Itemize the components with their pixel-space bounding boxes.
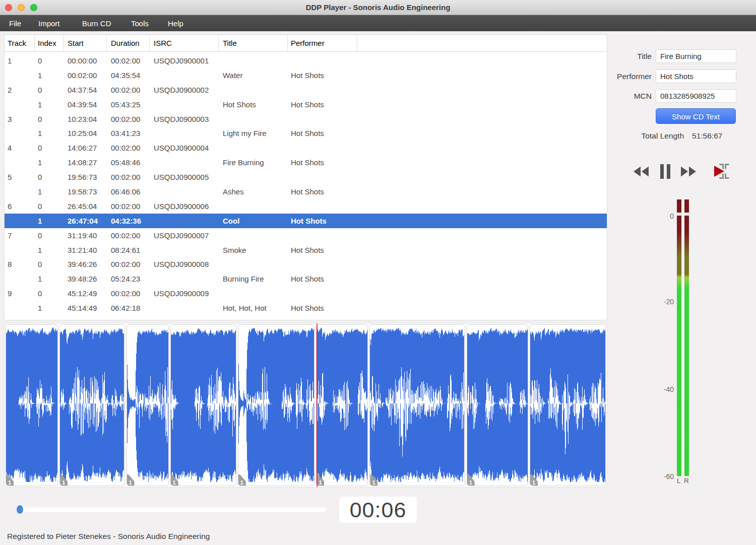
meter-clip-right (684, 199, 689, 213)
cell-start: 31:21:40 (64, 246, 107, 254)
waveform-track-7[interactable]: 1 (369, 324, 465, 486)
table-header: TrackIndexStartDurationISRCTitlePerforme… (5, 35, 607, 52)
table-row[interactable]: 2004:37:5400:02:00USQDJ0900002 (5, 83, 607, 97)
cell-duration: 04:35:54 (107, 71, 150, 80)
column-header-title[interactable]: Title (219, 35, 288, 51)
waveform-display[interactable]: 111111111 (4, 323, 607, 488)
cell-index: 0 (35, 86, 64, 94)
playhead[interactable] (317, 323, 318, 487)
table-row[interactable]: 131:21:4008:24:61SmokeHot Shots (5, 243, 607, 257)
fast-forward-icon[interactable] (681, 166, 696, 177)
window-title: DDP Player - Sonoris Audio Engineering (0, 0, 756, 15)
waveform-track-2[interactable]: 1 (59, 324, 124, 486)
total-length-row: Total Length51:56:67 (608, 131, 756, 141)
table-row[interactable]: 145:14:4906:42:18Hot, Hot, HotHot Shots (5, 301, 607, 315)
performer-input[interactable]: Hot Shots (656, 70, 736, 83)
table-row[interactable]: 119:58:7306:46:06AshesHot Shots (5, 184, 607, 199)
cell-index: 0 (35, 115, 64, 123)
table-row[interactable]: 3010:23:0400:02:00USQDJ0900003 (5, 112, 607, 126)
transport-controls (634, 163, 734, 180)
menu-file[interactable]: File (9, 19, 22, 28)
title-input[interactable]: Fire Burning (656, 49, 736, 63)
cell-index: 0 (35, 173, 64, 181)
waveform-track-1[interactable]: 1 (6, 324, 58, 486)
table-row[interactable]: 1000:00:0000:02:00USQDJ0900001 (5, 53, 607, 68)
waveform-track-9[interactable]: 1 (530, 324, 606, 486)
cell-index: 0 (35, 289, 64, 298)
cell-start: 39:48:26 (64, 275, 107, 283)
cell-index: 1 (35, 304, 64, 312)
cell-duration: 08:24:61 (107, 246, 150, 254)
cell-index: 1 (35, 246, 64, 254)
menu-tools[interactable]: Tools (131, 19, 151, 28)
column-header-start[interactable]: Start (64, 35, 107, 51)
cell-track: 5 (5, 173, 35, 181)
pause-icon[interactable] (660, 164, 670, 179)
column-header-track[interactable]: Track (5, 35, 35, 51)
cell-title: Cool (219, 217, 288, 225)
cell-duration: 05:24:23 (107, 275, 150, 283)
cell-duration: 04:32:36 (107, 217, 150, 225)
track-table: TrackIndexStartDurationISRCTitlePerforme… (4, 34, 607, 320)
slider-handle[interactable] (17, 505, 23, 514)
cell-start: 10:25:04 (64, 129, 107, 138)
table-row[interactable]: 6026:45:0400:02:00USQDJ0900006 (5, 199, 607, 214)
table-row[interactable]: 5019:56:7300:02:00USQDJ0900005 (5, 170, 607, 184)
rewind-icon[interactable] (634, 166, 649, 177)
cell-isrc: USQDJ0900005 (150, 173, 219, 181)
cell-duration: 00:02:00 (107, 260, 150, 268)
mcn-input[interactable]: 0813285908925 (656, 89, 736, 103)
seek-slider[interactable] (17, 507, 327, 512)
cell-index: 0 (35, 202, 64, 211)
column-header-performer[interactable]: Performer (288, 35, 357, 51)
column-header-duration[interactable]: Duration (107, 35, 150, 51)
cell-track: 9 (5, 289, 35, 298)
cell-duration: 00:02:00 (107, 289, 150, 298)
waveform-track-3[interactable]: 1 (127, 324, 169, 486)
level-meter-left (677, 216, 681, 476)
table-row[interactable]: 8039:46:2600:02:00USQDJ0900008 (5, 257, 607, 271)
cell-title: Water (219, 71, 288, 80)
cell-start: 04:39:54 (64, 100, 107, 109)
table-row[interactable]: 104:39:5405:43:25Hot ShotsHot Shots (5, 97, 607, 112)
table-row[interactable]: 7031:19:4000:02:00USQDJ0900007 (5, 228, 607, 243)
table-row[interactable]: 4014:06:2700:02:00USQDJ0900004 (5, 141, 607, 155)
meter-scale--40: -40 (657, 385, 674, 393)
cell-duration: 00:02:00 (107, 115, 150, 123)
play-section-icon[interactable] (713, 163, 730, 180)
table-row[interactable]: 100:02:0004:35:54WaterHot Shots (5, 68, 607, 83)
table-row[interactable]: 9045:12:4900:02:00USQDJ0900009 (5, 286, 607, 301)
cell-duration: 06:42:18 (107, 304, 150, 312)
waveform-track-8[interactable]: 1 (467, 324, 528, 486)
cell-duration: 00:02:00 (107, 56, 150, 65)
cell-index: 0 (35, 231, 64, 240)
performer-label: Performer (617, 70, 652, 83)
cell-start: 14:06:27 (64, 144, 107, 152)
cell-performer: Hot Shots (288, 100, 357, 109)
registration-text: Registered to Pieter Stenekes - Sonoris … (7, 532, 210, 541)
cell-title: Smoke (219, 246, 288, 254)
column-header-index[interactable]: Index (35, 35, 64, 51)
cell-index: 0 (35, 56, 64, 65)
table-row[interactable]: 114:08:2705:48:46Fire BurningHot Shots (5, 155, 607, 170)
cell-index: 1 (35, 129, 64, 138)
menu-burn-cd[interactable]: Burn CD (82, 19, 115, 28)
column-header-isrc[interactable]: ISRC (150, 35, 219, 51)
waveform-track-5[interactable]: 1 (238, 324, 315, 486)
waveform-track-6[interactable]: 1 (316, 324, 368, 486)
meter-channel-L: L (677, 477, 681, 485)
cell-index: 1 (35, 100, 64, 109)
menu-help[interactable]: Help (168, 19, 186, 28)
menu-import[interactable]: Import (38, 19, 67, 28)
cell-duration: 00:02:00 (107, 173, 150, 181)
cell-performer: Hot Shots (288, 217, 357, 225)
table-row[interactable]: 110:25:0403:41:23Light my FireHot Shots (5, 126, 607, 141)
cell-index: 0 (35, 144, 64, 152)
show-cd-text-button[interactable]: Show CD Text (656, 108, 736, 124)
menubar: FileImportBurn CDToolsHelp (0, 15, 756, 31)
table-body: 1000:00:0000:02:00USQDJ0900001100:02:000… (5, 52, 607, 315)
table-row[interactable]: 139:48:2605:24:23Burning FireHot Shots (5, 271, 607, 286)
waveform-track-4[interactable]: 1 (170, 324, 236, 486)
table-row-selected[interactable]: 126:47:0404:32:36CoolHot Shots (5, 214, 607, 228)
cell-start: 45:12:49 (64, 289, 107, 298)
